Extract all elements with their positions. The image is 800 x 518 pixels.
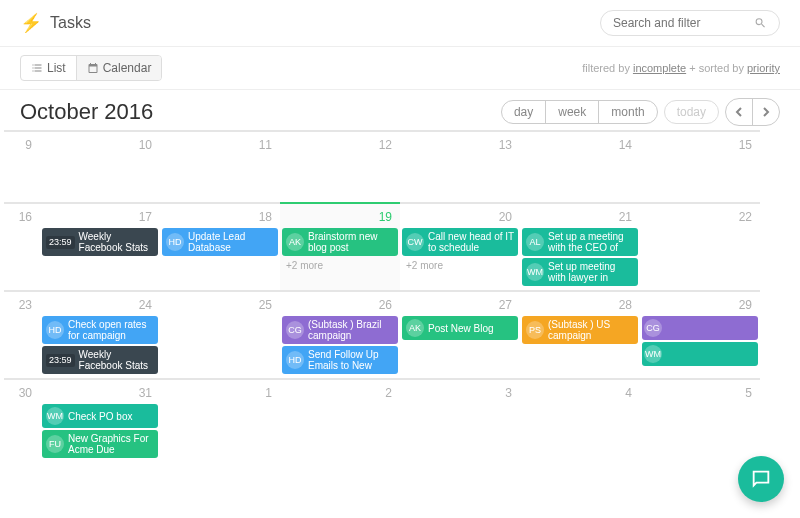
day-cell[interactable]: 28 PS(Subtask ) US campaign <box>520 290 640 378</box>
day-cell[interactable]: 9 <box>4 130 40 202</box>
event[interactable]: CG(Subtask ) Brazil campaign <box>282 316 398 344</box>
day-cell[interactable]: 3 <box>400 378 520 462</box>
day-cell[interactable]: 10 <box>40 130 160 202</box>
chat-icon <box>750 468 772 490</box>
view-list-label: List <box>47 61 66 75</box>
filter-link[interactable]: incomplete <box>633 62 686 74</box>
more-link[interactable]: +2 more <box>282 258 398 273</box>
day-cell[interactable]: 26 CG(Subtask ) Brazil campaign HDSend F… <box>280 290 400 378</box>
bolt-icon: ⚡ <box>20 12 42 34</box>
day-cell[interactable]: 24 HDCheck open rates for campaign 23:59… <box>40 290 160 378</box>
day-cell[interactable]: 29 CG WM <box>640 290 760 378</box>
day-cell[interactable]: 1 <box>160 378 280 462</box>
chevron-left-icon <box>734 107 744 117</box>
chat-fab[interactable] <box>738 456 784 502</box>
event[interactable]: ALSet up a meeting with the CEO of <box>522 228 638 256</box>
sort-link[interactable]: priority <box>747 62 780 74</box>
event[interactable]: HDCheck open rates for campaign <box>42 316 158 344</box>
chevron-right-icon <box>761 107 771 117</box>
event[interactable]: WMCheck PO box <box>42 404 158 428</box>
calendar-icon <box>87 62 99 74</box>
day-cell[interactable]: 31 WMCheck PO box FUNew Graphics For Acm… <box>40 378 160 462</box>
day-cell[interactable]: 20 CWCall new head of IT to schedule +2 … <box>400 202 520 290</box>
day-cell[interactable]: 17 23:59Weekly Facebook Stats <box>40 202 160 290</box>
event[interactable]: HDSend Follow Up Emails to New <box>282 346 398 374</box>
day-cell[interactable]: 13 <box>400 130 520 202</box>
calendar-title: October 2016 <box>20 99 153 125</box>
event[interactable]: CG <box>642 316 758 340</box>
view-list[interactable]: List <box>21 56 76 80</box>
day-cell[interactable]: 2 <box>280 378 400 462</box>
event[interactable]: CWCall new head of IT to schedule <box>402 228 518 256</box>
next-button[interactable] <box>753 99 779 125</box>
prev-button[interactable] <box>726 99 752 125</box>
day-cell[interactable]: 12 <box>280 130 400 202</box>
range-week[interactable]: week <box>546 101 598 123</box>
day-cell[interactable]: 22 <box>640 202 760 290</box>
day-cell[interactable]: 14 <box>520 130 640 202</box>
range-selector: day week month <box>501 100 658 124</box>
event[interactable]: HDUpdate Lead Database <box>162 228 278 256</box>
day-cell[interactable]: 18 HDUpdate Lead Database <box>160 202 280 290</box>
search-icon <box>754 16 767 30</box>
day-cell[interactable]: 27 AKPost New Blog <box>400 290 520 378</box>
day-cell[interactable]: 11 <box>160 130 280 202</box>
event[interactable]: WM <box>642 342 758 366</box>
event[interactable]: AKBrainstorm new blog post <box>282 228 398 256</box>
search-box[interactable] <box>600 10 780 36</box>
event[interactable]: FUNew Graphics For Acme Due <box>42 430 158 458</box>
event[interactable]: 23:59Weekly Facebook Stats <box>42 346 158 374</box>
day-cell-today[interactable]: 19 AKBrainstorm new blog post +2 more <box>280 202 400 290</box>
view-calendar[interactable]: Calendar <box>77 56 162 80</box>
day-cell[interactable]: 15 <box>640 130 760 202</box>
filter-summary: filtered by incomplete + sorted by prior… <box>582 62 780 74</box>
more-link[interactable]: +2 more <box>402 258 518 273</box>
view-calendar-label: Calendar <box>103 61 152 75</box>
today-button[interactable]: today <box>664 100 719 124</box>
event[interactable]: AKPost New Blog <box>402 316 518 340</box>
day-cell[interactable]: 4 <box>520 378 640 462</box>
day-cell[interactable]: 23 <box>4 290 40 378</box>
day-cell[interactable]: 16 <box>4 202 40 290</box>
day-cell[interactable]: 21 ALSet up a meeting with the CEO of WM… <box>520 202 640 290</box>
list-icon <box>31 62 43 74</box>
day-cell[interactable]: 5 <box>640 378 760 462</box>
range-month[interactable]: month <box>599 101 656 123</box>
event[interactable]: WMSet up meeting with lawyer in <box>522 258 638 286</box>
event[interactable]: 23:59Weekly Facebook Stats <box>42 228 158 256</box>
search-input[interactable] <box>613 16 754 30</box>
range-day[interactable]: day <box>502 101 545 123</box>
day-cell[interactable]: 30 <box>4 378 40 462</box>
page-title: Tasks <box>50 14 91 32</box>
event[interactable]: PS(Subtask ) US campaign <box>522 316 638 344</box>
day-cell[interactable]: 25 <box>160 290 280 378</box>
